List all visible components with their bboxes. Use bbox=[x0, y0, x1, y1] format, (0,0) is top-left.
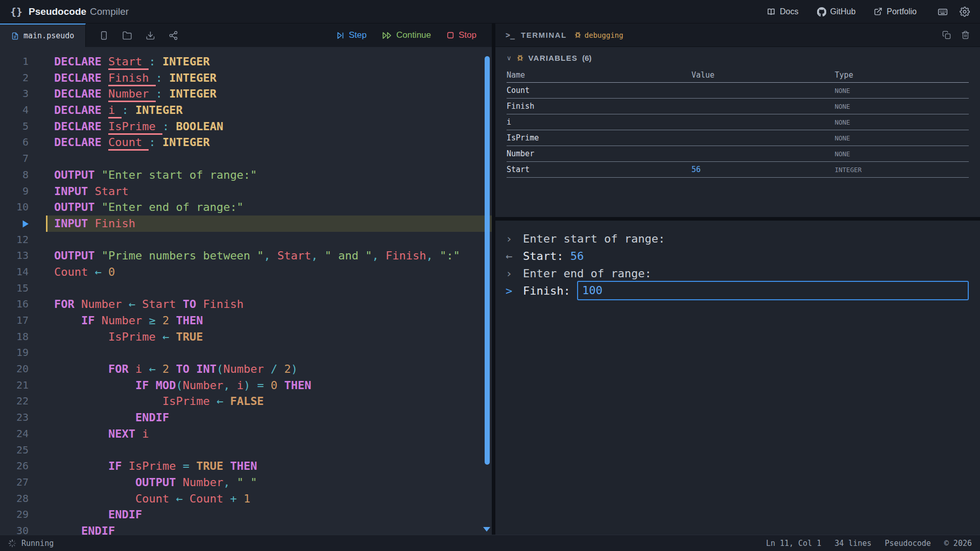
download-icon[interactable] bbox=[146, 31, 155, 40]
code-line[interactable]: 8OUTPUT "Enter start of range:" bbox=[0, 167, 492, 183]
code-line[interactable]: 15 bbox=[0, 280, 492, 297]
terminal-text: Start: bbox=[523, 250, 570, 262]
code-line[interactable]: 17 IF Number ≥ 2 THEN bbox=[0, 313, 492, 329]
code-line[interactable]: 20 FOR i ← 2 TO INT(Number / 2) bbox=[0, 361, 492, 377]
braces-logo-icon: {} bbox=[10, 6, 22, 18]
bug-icon bbox=[516, 54, 524, 62]
variables-header[interactable]: ∨ VARIABLES (6) bbox=[507, 47, 969, 67]
code-line[interactable]: 7 bbox=[0, 151, 492, 167]
continue-button[interactable]: Continue bbox=[382, 30, 431, 40]
code-line[interactable]: 12 bbox=[0, 232, 492, 248]
line-number: 6 bbox=[0, 134, 29, 151]
code-line[interactable]: 28 Count ← Count + 1 bbox=[0, 491, 492, 507]
gutter-padding bbox=[29, 458, 46, 474]
gear-icon[interactable] bbox=[960, 7, 970, 17]
docs-link[interactable]: Docs bbox=[767, 7, 798, 16]
code-text: ENDIF bbox=[46, 410, 492, 426]
code-text: IsPrime ← FALSE bbox=[46, 393, 492, 410]
chevron-down-icon: ∨ bbox=[507, 54, 512, 62]
tab-main-pseudo[interactable]: main.pseudo bbox=[0, 23, 86, 47]
variable-row[interactable]: CountNONE bbox=[507, 83, 969, 99]
gutter-padding bbox=[29, 280, 46, 297]
variable-row[interactable]: IsPrimeNONE bbox=[507, 130, 969, 146]
code-line[interactable]: 30 ENDIF bbox=[0, 523, 492, 535]
gutter-padding bbox=[29, 393, 46, 410]
open-folder-icon[interactable] bbox=[122, 31, 132, 40]
prompt-icon: › bbox=[506, 267, 523, 280]
terminal-input[interactable]: 100 bbox=[577, 281, 969, 300]
code-text bbox=[46, 280, 492, 297]
code-line[interactable]: 18 IsPrime ← TRUE bbox=[0, 329, 492, 345]
code-text: OUTPUT "Prime numbers between ", Start, … bbox=[46, 248, 492, 264]
code-line[interactable]: INPUT Finish bbox=[0, 215, 492, 232]
gutter-padding bbox=[29, 86, 46, 102]
terminal-output[interactable]: ›Enter start of range:←Start: 56›Enter e… bbox=[495, 221, 980, 535]
code-line[interactable]: 21 IF MOD(Number, i) = 0 THEN bbox=[0, 377, 492, 394]
code-line[interactable]: 14Count ← 0 bbox=[0, 264, 492, 280]
code-line[interactable]: 19 bbox=[0, 345, 492, 361]
code-line[interactable]: 13OUTPUT "Prime numbers between ", Start… bbox=[0, 248, 492, 264]
gutter-padding bbox=[29, 102, 46, 118]
new-file-icon[interactable] bbox=[99, 31, 109, 40]
copyright: © 2026 bbox=[944, 539, 972, 548]
variable-name: i bbox=[507, 117, 691, 127]
variables-count: (6) bbox=[582, 54, 591, 62]
debugging-badge: debugging bbox=[574, 31, 624, 39]
variable-value: 56 bbox=[691, 165, 835, 174]
line-number: 1 bbox=[0, 54, 29, 70]
gutter-padding bbox=[29, 264, 46, 280]
github-icon bbox=[817, 7, 826, 16]
editor-scrollbar[interactable] bbox=[485, 56, 490, 465]
language-label[interactable]: Pseudocode bbox=[885, 539, 931, 548]
tab-label: main.pseudo bbox=[23, 31, 74, 40]
code-line[interactable]: 4DECLARE i : INTEGER bbox=[0, 102, 492, 118]
code-line[interactable]: 22 IsPrime ← FALSE bbox=[0, 393, 492, 410]
code-line[interactable]: 27 OUTPUT Number, " " bbox=[0, 474, 492, 491]
variable-name: Start bbox=[507, 165, 691, 174]
variable-row[interactable]: FinishNONE bbox=[507, 99, 969, 114]
code-line[interactable]: 1DECLARE Start : INTEGER bbox=[0, 54, 492, 70]
gutter-padding bbox=[29, 426, 46, 442]
code-text: DECLARE IsPrime : BOOLEAN bbox=[46, 118, 492, 135]
share-icon[interactable] bbox=[169, 31, 178, 40]
variable-row[interactable]: Start56INTEGER bbox=[507, 162, 969, 178]
scroll-down-arrow-icon[interactable] bbox=[483, 527, 490, 532]
gutter-padding bbox=[29, 199, 46, 215]
code-line[interactable]: 16FOR Number ← Start TO Finish bbox=[0, 296, 492, 313]
section-divider[interactable] bbox=[495, 217, 980, 221]
variable-type: NONE bbox=[835, 134, 969, 142]
code-text: FOR i ← 2 TO INT(Number / 2) bbox=[46, 361, 492, 377]
code-line[interactable]: 9INPUT Start bbox=[0, 183, 492, 200]
gutter-padding bbox=[29, 313, 46, 329]
variable-row[interactable]: NumberNONE bbox=[507, 146, 969, 162]
github-link[interactable]: GitHub bbox=[817, 7, 856, 16]
gutter-padding bbox=[29, 167, 46, 183]
step-label: Step bbox=[349, 30, 367, 40]
code-line[interactable]: 24 NEXT i bbox=[0, 426, 492, 442]
code-line[interactable]: 10OUTPUT "Enter end of range:" bbox=[0, 199, 492, 215]
code-text: IsPrime ← TRUE bbox=[46, 329, 492, 345]
top-nav: Docs GitHub Portfolio bbox=[767, 7, 917, 16]
panel-divider[interactable] bbox=[492, 23, 495, 535]
code-line[interactable]: 3DECLARE Number : INTEGER bbox=[0, 86, 492, 102]
stop-button[interactable]: Stop bbox=[446, 30, 476, 40]
step-button[interactable]: Step bbox=[336, 30, 367, 40]
keyboard-icon[interactable] bbox=[937, 7, 948, 17]
cursor-position[interactable]: Ln 11, Col 1 bbox=[766, 539, 821, 548]
code-line[interactable]: 29 ENDIF bbox=[0, 507, 492, 523]
code-text: INPUT Finish bbox=[46, 215, 492, 232]
code-line[interactable]: 26 IF IsPrime = TRUE THEN bbox=[0, 458, 492, 474]
variable-row[interactable]: iNONE bbox=[507, 114, 969, 130]
portfolio-link[interactable]: Portfolio bbox=[874, 7, 917, 16]
terminal-line: ←Start: 56 bbox=[506, 247, 970, 265]
code-line[interactable]: 23 ENDIF bbox=[0, 410, 492, 426]
code-line[interactable]: 25 bbox=[0, 442, 492, 459]
code-line[interactable]: 6DECLARE Count : INTEGER bbox=[0, 134, 492, 151]
terminal-prompt-icon: >_ bbox=[506, 31, 515, 40]
code-line[interactable]: 2DECLARE Finish : INTEGER bbox=[0, 70, 492, 86]
code-line[interactable]: 5DECLARE IsPrime : BOOLEAN bbox=[0, 118, 492, 135]
copy-icon[interactable] bbox=[942, 31, 951, 39]
bug-icon bbox=[574, 31, 582, 39]
trash-icon[interactable] bbox=[961, 31, 970, 39]
code-editor[interactable]: 1DECLARE Start : INTEGER2DECLARE Finish … bbox=[0, 47, 492, 535]
